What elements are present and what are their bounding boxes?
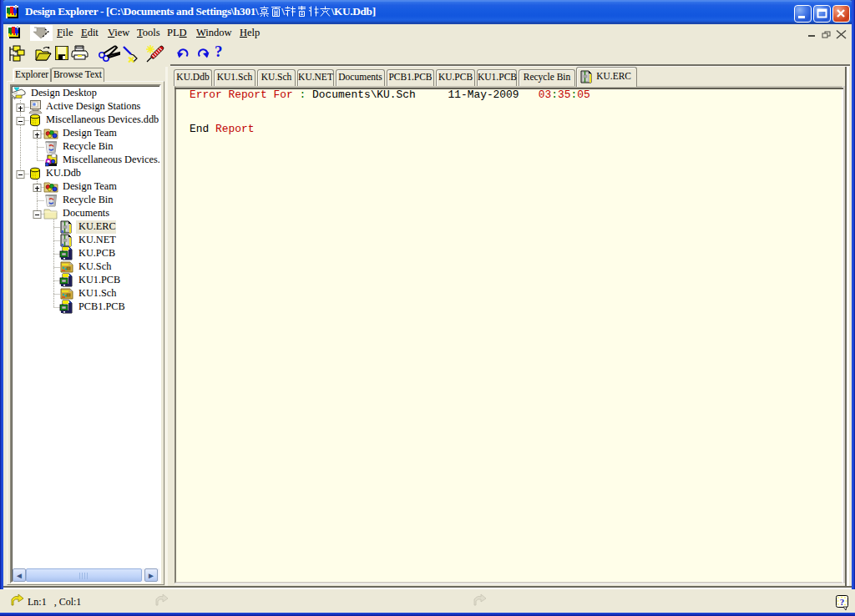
svg-text:?: ? xyxy=(840,597,845,607)
